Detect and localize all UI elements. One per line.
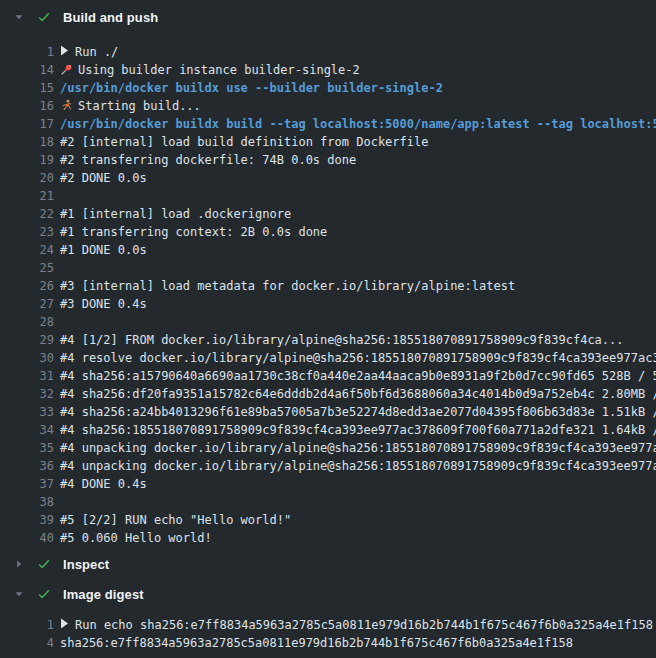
line-number[interactable]: 19 xyxy=(0,151,54,169)
log-line: 25 xyxy=(0,259,656,277)
log-line: 38 xyxy=(0,493,656,511)
line-number[interactable]: 34 xyxy=(0,421,54,439)
line-number[interactable]: 1 xyxy=(0,616,54,634)
section-title: Build and push xyxy=(63,10,158,25)
line-number[interactable]: 24 xyxy=(0,241,54,259)
log-line: 18 #2 [internal] load build definition f… xyxy=(0,133,656,151)
line-text: /usr/bin/docker buildx use --builder bui… xyxy=(60,81,443,95)
line-text: sha256:e7ff8834a5963a2785c5a0811e979d16b… xyxy=(60,636,573,650)
runner-emoji-icon xyxy=(60,99,73,112)
log-line: 14 Using builder instance builder-single… xyxy=(0,61,656,79)
log-line: 35 #4 unpacking docker.io/library/alpine… xyxy=(0,439,656,457)
log-line: 37 #4 DONE 0.4s xyxy=(0,475,656,493)
line-text: #3 DONE 0.4s xyxy=(60,297,147,311)
line-text: /usr/bin/docker buildx build --tag local… xyxy=(60,117,656,131)
log-line: 34 #4 sha256:185518070891758909c9f839cf4… xyxy=(0,421,656,439)
line-number[interactable]: 28 xyxy=(0,313,54,331)
run-chevron-icon[interactable] xyxy=(60,45,69,56)
log-line: 36 #4 unpacking docker.io/library/alpine… xyxy=(0,457,656,475)
line-text: #3 [internal] load metadata for docker.i… xyxy=(60,279,515,293)
line-text: #4 sha256:185518070891758909c9f839cf4ca3… xyxy=(60,423,656,437)
line-text: #2 transferring dockerfile: 74B 0.0s don… xyxy=(60,153,356,167)
pushpin-emoji-icon xyxy=(60,63,73,76)
line-number[interactable]: 30 xyxy=(0,349,54,367)
line-number[interactable]: 21 xyxy=(0,187,54,205)
line-number[interactable]: 38 xyxy=(0,493,54,511)
line-content: Run echo sha256:e7ff8834a5963a2785c5a081… xyxy=(60,616,653,634)
line-text: #5 [2/2] RUN echo "Hello world!" xyxy=(60,513,291,527)
line-content: #4 sha256:a15790640a6690aa1730c38cf0a440… xyxy=(60,367,656,385)
log-line: 22 #1 [internal] load .dockerignore xyxy=(0,205,656,223)
line-content: sha256:e7ff8834a5963a2785c5a0811e979d16b… xyxy=(60,634,573,652)
section-header[interactable]: Image digest xyxy=(0,583,656,605)
line-text: #5 0.060 Hello world! xyxy=(60,531,212,545)
line-content: #4 sha256:df20fa9351a15782c64e6dddb2d4a6… xyxy=(60,385,656,403)
line-number[interactable]: 39 xyxy=(0,511,54,529)
log-line: 40 #5 0.060 Hello world! xyxy=(0,529,656,547)
section-header[interactable]: Build and push xyxy=(0,6,656,28)
line-content: #5 0.060 Hello world! xyxy=(60,529,212,547)
line-number[interactable]: 23 xyxy=(0,223,54,241)
line-number[interactable]: 16 xyxy=(0,97,54,115)
log-line: 28 xyxy=(0,313,656,331)
success-check-icon xyxy=(37,587,51,601)
line-number[interactable]: 27 xyxy=(0,295,54,313)
collapse-chevron-icon xyxy=(13,588,25,600)
log-line: 30 #4 resolve docker.io/library/alpine@s… xyxy=(0,349,656,367)
line-number[interactable]: 17 xyxy=(0,115,54,133)
line-number[interactable]: 4 xyxy=(0,634,54,652)
line-number[interactable]: 22 xyxy=(0,205,54,223)
log-line: 23 #1 transferring context: 2B 0.0s done xyxy=(0,223,656,241)
log-line: 19 #2 transferring dockerfile: 74B 0.0s … xyxy=(0,151,656,169)
log-line: 1 Run ./ xyxy=(0,43,656,61)
line-text: #4 unpacking docker.io/library/alpine@sh… xyxy=(60,459,656,473)
line-text: Starting build... xyxy=(78,99,201,113)
line-number[interactable]: 40 xyxy=(0,529,54,547)
line-content: #3 DONE 0.4s xyxy=(60,295,147,313)
line-content: #2 [internal] load build definition from… xyxy=(60,133,428,151)
line-number[interactable]: 26 xyxy=(0,277,54,295)
log-line: 33 #4 sha256:a24bb4013296f61e89ba57005a7… xyxy=(0,403,656,421)
line-text: #4 resolve docker.io/library/alpine@sha2… xyxy=(60,351,656,365)
line-text: Using builder instance builder-single-2 xyxy=(78,63,360,77)
line-number[interactable]: 32 xyxy=(0,385,54,403)
line-text: #4 sha256:a15790640a6690aa1730c38cf0a440… xyxy=(60,369,656,383)
line-content: Using builder instance builder-single-2 xyxy=(60,61,360,79)
log-line: 17 /usr/bin/docker buildx build --tag lo… xyxy=(0,115,656,133)
line-text: Run echo sha256:e7ff8834a5963a2785c5a081… xyxy=(75,618,653,632)
line-number[interactable]: 37 xyxy=(0,475,54,493)
line-content: /usr/bin/docker buildx use --builder bui… xyxy=(60,79,443,97)
line-number[interactable]: 14 xyxy=(0,61,54,79)
line-number[interactable]: 35 xyxy=(0,439,54,457)
line-number[interactable]: 1 xyxy=(0,43,54,61)
run-chevron-icon[interactable] xyxy=(60,618,69,629)
line-number[interactable]: 31 xyxy=(0,367,54,385)
log-line: 4 sha256:e7ff8834a5963a2785c5a0811e979d1… xyxy=(0,634,656,652)
log-line: 31 #4 sha256:a15790640a6690aa1730c38cf0a… xyxy=(0,367,656,385)
line-number[interactable]: 18 xyxy=(0,133,54,151)
line-text: #4 unpacking docker.io/library/alpine@sh… xyxy=(60,441,656,455)
line-content: #4 resolve docker.io/library/alpine@sha2… xyxy=(60,349,656,367)
line-content: #1 DONE 0.0s xyxy=(60,241,147,259)
log-line: 15 /usr/bin/docker buildx use --builder … xyxy=(0,79,656,97)
line-number[interactable]: 25 xyxy=(0,259,54,277)
line-number[interactable]: 36 xyxy=(0,457,54,475)
success-check-icon xyxy=(37,557,51,571)
line-content: #4 sha256:185518070891758909c9f839cf4ca3… xyxy=(60,421,656,439)
line-number[interactable]: 15 xyxy=(0,79,54,97)
line-number[interactable]: 20 xyxy=(0,169,54,187)
log-line: 20 #2 DONE 0.0s xyxy=(0,169,656,187)
success-check-icon xyxy=(37,10,51,24)
line-text: #2 DONE 0.0s xyxy=(60,171,147,185)
line-text: #1 DONE 0.0s xyxy=(60,243,147,257)
line-text: #4 [1/2] FROM docker.io/library/alpine@s… xyxy=(60,333,624,347)
log-line: 24 #1 DONE 0.0s xyxy=(0,241,656,259)
line-number[interactable]: 33 xyxy=(0,403,54,421)
log-line: 21 xyxy=(0,187,656,205)
log-lines: 1 Run ./ 14 Using builder instance build… xyxy=(0,43,656,547)
log-section: Image digest 1 Run echo sha256:e7ff8834a… xyxy=(0,583,656,652)
section-header[interactable]: Inspect xyxy=(0,553,656,575)
line-content: #1 [internal] load .dockerignore xyxy=(60,205,291,223)
log-section: Inspect xyxy=(0,553,656,575)
line-number[interactable]: 29 xyxy=(0,331,54,349)
